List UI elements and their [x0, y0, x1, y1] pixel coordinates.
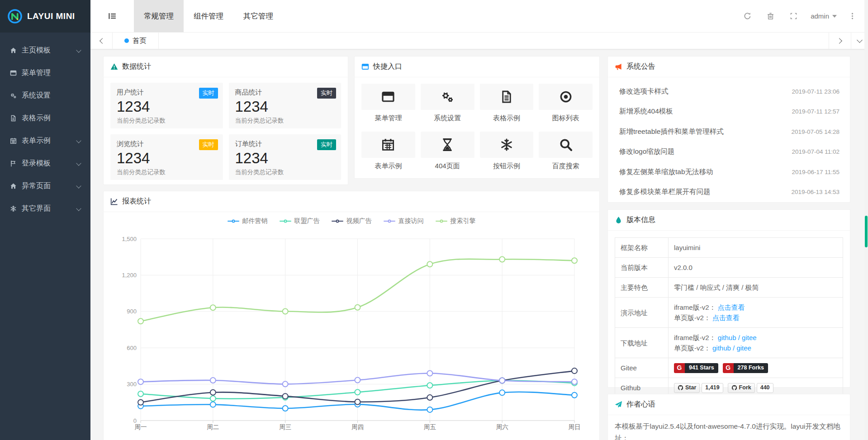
- top-nav-tab[interactable]: 其它管理: [233, 0, 283, 32]
- top-nav: 常规管理组件管理其它管理: [134, 0, 283, 32]
- announcement-row-1[interactable]: 新增系统404模板2019-07-11 12:57: [615, 102, 843, 122]
- stat-desc: 当前分类总记录数: [235, 117, 335, 125]
- link-gitee[interactable]: gitee: [736, 344, 751, 352]
- announcement-text: 修复多模块菜单栏展开有问题: [619, 187, 711, 197]
- announcement-row-5[interactable]: 修复多模块菜单栏展开有问题2019-06-13 14:53: [615, 182, 843, 203]
- gitee-badge[interactable]: G941 Stars: [674, 363, 718, 373]
- quick-entry-icon-box: [421, 84, 474, 110]
- version-row-1: 当前版本v2.0.0: [615, 258, 843, 278]
- quick-entry-4[interactable]: 表单示例: [361, 132, 415, 170]
- home-icon: [10, 183, 17, 189]
- sidebar-item-home-6[interactable]: 异常页面: [0, 175, 90, 197]
- version-value-cell: iframe版-v2： github / gitee单页版-v2： github…: [669, 328, 843, 358]
- svg-text:0: 0: [133, 417, 137, 424]
- announcement-date: 2019-07-11 23:06: [792, 88, 840, 95]
- gitee-badge[interactable]: G278 Forks: [723, 363, 768, 373]
- clear-cache-button[interactable]: [759, 12, 782, 20]
- sidebar-item-label: 表单示例: [22, 136, 77, 146]
- stat-value: 1234: [235, 98, 335, 115]
- version-label: 演示地址: [615, 298, 669, 328]
- fullscreen-button[interactable]: [782, 12, 805, 20]
- github-mark-icon: [678, 385, 683, 391]
- sidebar-item-asterisk-7[interactable]: 其它界面: [0, 197, 90, 220]
- tab-home[interactable]: 首页: [113, 33, 159, 49]
- github-badge[interactable]: Fork440: [728, 383, 773, 393]
- chart-legend: 邮件营销联盟广告视频广告直接访问搜索引擎: [104, 212, 599, 230]
- version-row-2: 主要特色零门槛 / 响应式 / 清爽 / 极简: [615, 278, 843, 298]
- announcement-list: 修改选项卡样式2019-07-11 23:06新增系统404模板2019-07-…: [608, 77, 850, 202]
- legend-item-1[interactable]: 联盟广告: [280, 217, 320, 225]
- legend-item-4[interactable]: 搜索引擎: [436, 217, 476, 225]
- link-github[interactable]: github: [718, 334, 736, 341]
- quick-entry-label: 404页面: [421, 162, 474, 170]
- app-logo[interactable]: LAYUI MINI: [0, 0, 90, 33]
- status-badge: 实时: [317, 88, 336, 99]
- gitee-logo-icon: G: [723, 363, 734, 373]
- warning-triangle-icon: [110, 63, 118, 71]
- version-value: v2.0.0: [674, 264, 693, 271]
- collapse-menu-button[interactable]: [90, 0, 134, 32]
- more-options-button[interactable]: [842, 12, 859, 20]
- window-icon: [361, 63, 369, 71]
- tab-scroll-right-button[interactable]: [829, 33, 851, 49]
- quick-entry-2[interactable]: 表格示例: [480, 84, 534, 123]
- quick-entry-label: 按钮示例: [480, 162, 534, 170]
- sidebar-item-flag-5[interactable]: 登录模板: [0, 152, 90, 175]
- announcement-row-3[interactable]: 修改logo缩放问题2019-07-04 11:02: [615, 142, 843, 162]
- sidebar-item-window-1[interactable]: 菜单管理: [0, 62, 90, 84]
- page-scrollbar[interactable]: [864, 0, 868, 440]
- legend-label: 邮件营销: [242, 217, 268, 225]
- stat-box-2: 浏览统计1234当前分类总记录数实时: [110, 134, 223, 180]
- legend-label: 直接访问: [398, 217, 424, 225]
- announcement-date: 2019-07-04 11:02: [792, 148, 840, 155]
- link-点击查看[interactable]: 点击查看: [712, 314, 740, 322]
- announcement-row-2[interactable]: 新增treetable插件和菜单管理样式2019-07-05 14:28: [615, 122, 843, 142]
- announcement-row-4[interactable]: 修复左侧菜单缩放tab无法移动2019-06-17 11:55: [615, 162, 843, 182]
- quick-entry-label: 表格示例: [480, 114, 534, 123]
- quick-entry-1[interactable]: 系统设置: [421, 84, 474, 123]
- legend-item-2[interactable]: 视频广告: [332, 217, 372, 225]
- top-nav-tab[interactable]: 组件管理: [184, 0, 233, 32]
- legend-item-3[interactable]: 直接访问: [384, 217, 424, 225]
- sidebar-item-label: 表格示例: [22, 114, 82, 123]
- announce-card-header: 系统公告: [608, 57, 850, 77]
- version-label: 当前版本: [615, 258, 669, 278]
- refresh-button[interactable]: [736, 12, 759, 20]
- caret-down-icon: [832, 15, 837, 18]
- sidebar-item-file-3[interactable]: 表格示例: [0, 107, 90, 129]
- flag-icon: [10, 160, 17, 167]
- search-icon: [559, 138, 573, 151]
- sidebar-item-label: 菜单管理: [22, 68, 82, 78]
- home-icon: [10, 47, 17, 54]
- quick-entry-3[interactable]: 图标列表: [539, 84, 593, 123]
- link-点击查看[interactable]: 点击查看: [718, 303, 745, 311]
- top-nav-tab[interactable]: 常规管理: [134, 0, 184, 32]
- github-badge[interactable]: Star1,419: [674, 383, 723, 393]
- quick-entry-5[interactable]: 404页面: [421, 132, 474, 170]
- link-gitee[interactable]: gitee: [742, 334, 757, 341]
- status-badge: 实时: [317, 139, 336, 150]
- quick-entry-0[interactable]: 菜单管理: [361, 84, 415, 123]
- drop-icon: [615, 216, 622, 224]
- stat-value: 1234: [235, 150, 335, 167]
- version-value-cell: layuimini: [669, 238, 843, 258]
- legend-item-0[interactable]: 邮件营销: [228, 217, 268, 225]
- announcement-row-0[interactable]: 修改选项卡样式2019-07-11 23:06: [615, 81, 843, 102]
- status-badge: 实时: [199, 88, 218, 99]
- link-github[interactable]: github: [712, 344, 731, 352]
- gears-icon: [10, 92, 17, 99]
- sidebar-item-gears-2[interactable]: 系统设置: [0, 84, 90, 107]
- quick-entry-6[interactable]: 按钮示例: [480, 132, 534, 170]
- version-value-cell: 零门槛 / 响应式 / 清爽 / 极简: [669, 278, 843, 298]
- scrollbar-thumb[interactable]: [865, 216, 868, 247]
- user-menu[interactable]: admin: [805, 12, 842, 20]
- svg-text:600: 600: [127, 345, 137, 351]
- tab-scroll-left-button[interactable]: [90, 33, 113, 49]
- sidebar-item-home-0[interactable]: 主页模板: [0, 39, 90, 62]
- version-link-line: 单页版-v2： github / gitee: [674, 343, 837, 353]
- quick-entry-7[interactable]: 百度搜索: [539, 132, 593, 170]
- svg-text:900: 900: [127, 308, 137, 315]
- quick-entry-icon-box: [480, 132, 534, 158]
- sidebar-item-calendar-4[interactable]: 表单示例: [0, 129, 90, 152]
- stat-desc: 当前分类总记录数: [117, 117, 217, 125]
